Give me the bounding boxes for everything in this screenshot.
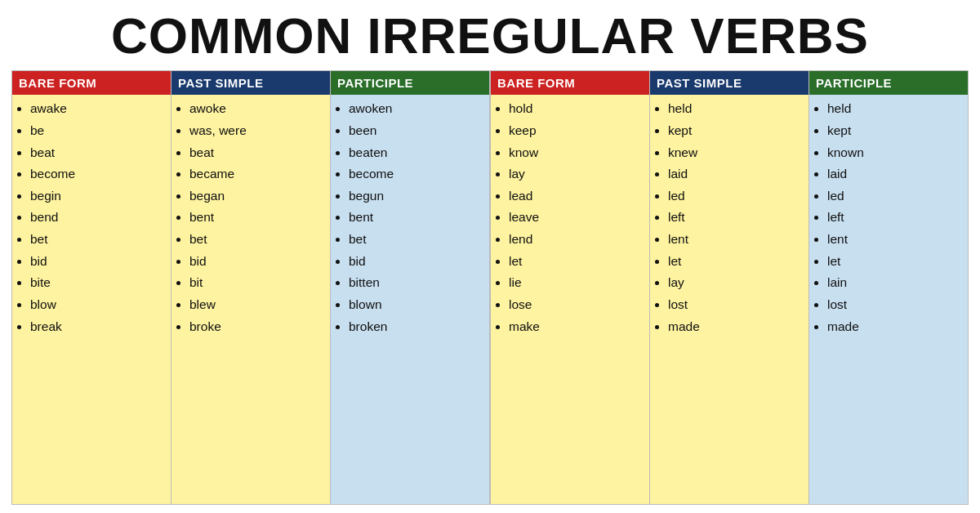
col-bare-right: BARE FORM holdkeepknowlayleadleavelendle… <box>490 71 650 504</box>
list-item: be <box>30 120 166 142</box>
list-item: began <box>189 185 325 207</box>
list-item: bet <box>30 229 166 251</box>
list-item: let <box>668 251 804 273</box>
col-past-left: PAST SIMPLE awokewas, werebeatbecamebega… <box>172 71 331 504</box>
list-item: kept <box>668 120 804 142</box>
list-item: bent <box>189 207 325 229</box>
page-container: COMMON IRREGULAR VERBS BARE FORM awakebe… <box>0 0 980 513</box>
list-item: lent <box>827 229 963 251</box>
list-item: lain <box>827 272 963 294</box>
list-item: bite <box>30 272 166 294</box>
list-item: become <box>30 163 166 185</box>
list-item: let <box>827 251 963 273</box>
list-item: blow <box>30 294 166 316</box>
list-item: led <box>827 185 963 207</box>
list-item: lost <box>827 294 963 316</box>
past-left-list: awokewas, werebeatbecamebeganbentbetbidb… <box>175 98 325 337</box>
list-item: beaten <box>349 142 484 164</box>
list-item: lead <box>509 185 644 207</box>
list-item: lend <box>509 229 644 251</box>
table-wrapper: BARE FORM awakebebeatbecomebeginbendbetb… <box>11 70 969 505</box>
list-item: make <box>509 316 644 338</box>
list-item: bid <box>189 251 325 273</box>
list-item: beat <box>30 142 166 164</box>
list-item: lent <box>668 229 804 251</box>
col-header-bare-right: BARE FORM <box>491 71 649 95</box>
list-item: left <box>827 207 963 229</box>
list-item: was, were <box>189 120 325 142</box>
col-body-past-right: heldkeptknewlaidledleftlentletlaylostmad… <box>650 95 808 504</box>
list-item: bid <box>349 251 484 273</box>
list-item: lost <box>668 294 804 316</box>
col-header-part-right: PARTICIPLE <box>809 71 968 95</box>
list-item: laid <box>668 163 804 185</box>
list-item: became <box>189 163 325 185</box>
bare-left-list: awakebebeatbecomebeginbendbetbidbiteblow… <box>16 98 166 337</box>
col-header-past-left: PAST SIMPLE <box>172 71 330 95</box>
list-item: blown <box>349 294 484 316</box>
list-item: lay <box>509 163 644 185</box>
list-item: bet <box>349 229 484 251</box>
list-item: lose <box>509 294 644 316</box>
list-item: hold <box>509 98 644 120</box>
list-item: left <box>668 207 804 229</box>
list-item: known <box>827 142 963 164</box>
col-header-past-right: PAST SIMPLE <box>650 71 808 95</box>
list-item: awoke <box>189 98 325 120</box>
col-header-part-left: PARTICIPLE <box>331 71 489 95</box>
list-item: bend <box>30 207 166 229</box>
list-item: made <box>668 316 804 338</box>
col-part-left: PARTICIPLE awokenbeenbeatenbecomebegunbe… <box>331 71 490 504</box>
list-item: blew <box>189 294 325 316</box>
list-item: broken <box>349 316 484 338</box>
list-item: awoken <box>349 98 484 120</box>
col-body-part-right: heldkeptknownlaidledleftlentletlainlostm… <box>809 95 968 504</box>
list-item: awake <box>30 98 166 120</box>
col-bare-left: BARE FORM awakebebeatbecomebeginbendbetb… <box>12 71 172 504</box>
col-header-bare-left: BARE FORM <box>12 71 171 95</box>
list-item: held <box>827 98 963 120</box>
list-item: keep <box>509 120 644 142</box>
col-part-right: PARTICIPLE heldkeptknownlaidledleftlentl… <box>809 71 968 504</box>
col-body-past-left: awokewas, werebeatbecamebeganbentbetbidb… <box>172 95 330 504</box>
list-item: kept <box>827 120 963 142</box>
list-item: break <box>30 316 166 338</box>
col-body-bare-left: awakebebeatbecomebeginbendbetbidbiteblow… <box>12 95 171 504</box>
col-body-bare-right: holdkeepknowlayleadleavelendletlielosema… <box>491 95 649 504</box>
list-item: made <box>827 316 963 338</box>
list-item: become <box>349 163 484 185</box>
bare-right-list: holdkeepknowlayleadleavelendletlielosema… <box>494 98 644 337</box>
list-item: bitten <box>349 272 484 294</box>
list-item: knew <box>668 142 804 164</box>
list-item: bet <box>189 229 325 251</box>
list-item: know <box>509 142 644 164</box>
list-item: broke <box>189 316 325 338</box>
list-item: bit <box>189 272 325 294</box>
list-item: lie <box>509 272 644 294</box>
list-item: laid <box>827 163 963 185</box>
col-body-part-left: awokenbeenbeatenbecomebegunbentbetbidbit… <box>331 95 489 504</box>
page-title: COMMON IRREGULAR VERBS <box>11 8 969 64</box>
list-item: beat <box>189 142 325 164</box>
list-item: begin <box>30 185 166 207</box>
col-past-right: PAST SIMPLE heldkeptknewlaidledleftlentl… <box>650 71 809 504</box>
part-left-list: awokenbeenbeatenbecomebegunbentbetbidbit… <box>334 98 484 337</box>
list-item: begun <box>349 185 484 207</box>
list-item: leave <box>509 207 644 229</box>
list-item: bent <box>349 207 484 229</box>
part-right-list: heldkeptknownlaidledleftlentletlainlostm… <box>813 98 963 337</box>
list-item: held <box>668 98 804 120</box>
past-right-list: heldkeptknewlaidledleftlentletlaylostmad… <box>653 98 804 337</box>
list-item: been <box>349 120 484 142</box>
list-item: let <box>509 251 644 273</box>
list-item: led <box>668 185 804 207</box>
list-item: lay <box>668 272 804 294</box>
list-item: bid <box>30 251 166 273</box>
